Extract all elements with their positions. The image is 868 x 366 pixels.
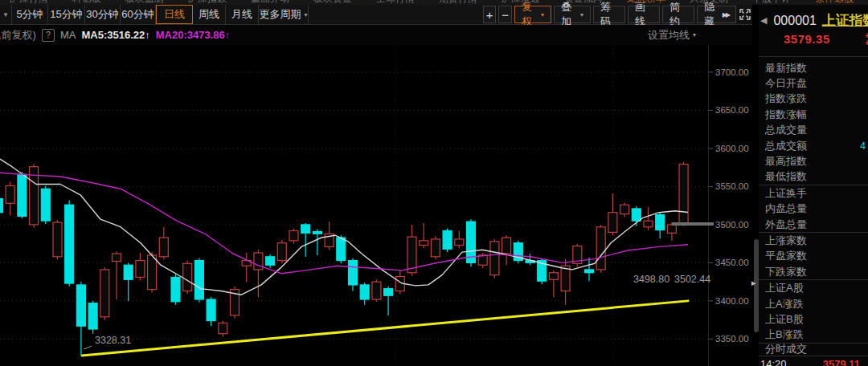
divider [759, 56, 868, 57]
tab-period-3[interactable]: 60分钟 [121, 5, 156, 24]
quote-row-8[interactable]: 上证换手 [759, 185, 868, 201]
kline-chart-svg: 3700.003650.003600.003550.003500.003450.… [0, 45, 755, 366]
svg-text:3550.00: 3550.00 [715, 181, 749, 191]
top-menu-item-6[interactable]: 全球行情 [376, 0, 415, 4]
tab-period-6[interactable]: 月线 [226, 5, 259, 24]
tick-price: 3579.11 [823, 358, 860, 366]
top-menu-item-12[interactable]: 千股千评 [752, 0, 791, 4]
tab-period-4[interactable]: 日线 [156, 5, 193, 24]
tick-trade-header[interactable]: 分时成交 [759, 342, 868, 356]
last-price: 3579.35 [784, 32, 830, 46]
svg-text:3450.00: 3450.00 [715, 258, 749, 267]
quote-row-9[interactable]: 内盘总量 [759, 201, 868, 217]
quote-row-16[interactable]: 上证B股 [759, 311, 868, 327]
zoom-out-button[interactable]: − [498, 6, 511, 23]
quote-row-1[interactable]: 今日开盘 [759, 75, 868, 91]
up-arrow-icon: ↑ [145, 29, 150, 41]
price-change-fragments: + + [865, 32, 868, 47]
tab-period-2[interactable]: 30分钟 [85, 5, 121, 24]
svg-text:3502.44: 3502.44 [674, 274, 710, 285]
quote-row-6[interactable]: 最高指数 [759, 153, 868, 169]
kline-chart[interactable]: 3700.003650.003600.003550.003500.003450.… [0, 45, 755, 366]
fullscreen-expand-icon [739, 9, 751, 20]
quote-row-5[interactable]: 总成交额4 [759, 138, 868, 153]
tab-period-5[interactable]: 周线 [193, 5, 226, 24]
hide-toolbar-button[interactable]: 隐藏 ▶▶ [697, 6, 736, 23]
caret-down-icon: ▾ [580, 11, 583, 18]
ma-settings-button[interactable]: 设置均线 ▾ [648, 25, 696, 45]
quote-row-0[interactable]: 最新指数 [759, 60, 868, 75]
svg-text:3498.80: 3498.80 [633, 274, 669, 285]
svg-text:3328.31: 3328.31 [95, 335, 131, 346]
quote-row-14[interactable]: 上证A股 [759, 280, 868, 295]
zoom-in-button[interactable]: + [483, 6, 496, 23]
tick-trade-row: 14:20 3579.11 [759, 358, 868, 366]
quote-price-row: 3579.35 + + [759, 32, 868, 47]
ma20-value: MA20:3473.86↑ [156, 29, 231, 41]
ma-indicator-label[interactable]: MA [60, 29, 76, 41]
quote-rows: 最新指数今日开盘指数涨跌指数涨幅总成交量总成交额4最高指数最低指数上证换手内盘总… [759, 60, 868, 344]
stock-code: 000001 [773, 14, 816, 28]
svg-text:3700.00: 3700.00 [715, 67, 749, 77]
top-menu-item-2[interactable]: 板块监测 [125, 0, 164, 4]
svg-text:3650.00: 3650.00 [715, 105, 749, 115]
top-menu-item-7[interactable]: 期货行情 [439, 0, 477, 4]
top-menu-item-1[interactable]: 科创板 [72, 0, 101, 4]
top-menu-items[interactable]: 沪深行情科创板板块监测沪深指数盘面异动板块资金全球行情期货行情沪深港通资金流向龙… [0, 0, 868, 4]
quote-row-3[interactable]: 指数涨幅 [759, 107, 868, 122]
panel-collapse-icon[interactable]: ▸ [751, 279, 756, 287]
fuquan-dropdown-button[interactable]: 复权 ▾ [514, 6, 551, 23]
ma5-value: MA5:3516.22↑ [81, 29, 149, 41]
quote-row-7[interactable]: 最低指数 [759, 169, 868, 185]
svg-text:3500.00: 3500.00 [715, 220, 749, 230]
svg-text:3600.00: 3600.00 [715, 144, 749, 153]
top-menu-item-0[interactable]: 沪深行情 [10, 0, 48, 4]
svg-text:3350.00: 3350.00 [715, 334, 749, 344]
tab-more-periods[interactable]: 更多周期▾ [259, 5, 309, 24]
tab-period-1[interactable]: 15分钟 [48, 5, 85, 24]
chart-tools: + − 复权 ▾ 叠加 ▾ 筹码 画线 简约 隐藏 ▶▶ [483, 6, 752, 23]
top-menu-item-5[interactable]: 板块资金 [313, 0, 352, 4]
quote-row-10[interactable]: 外盘总量 [759, 217, 868, 232]
divider [759, 356, 868, 356]
quote-title-row: ◀ 000001 上证指数 [759, 11, 868, 30]
quote-row-13[interactable]: 下跌家数 [759, 264, 868, 279]
back-arrow-icon[interactable]: ◀ [760, 15, 767, 26]
period-tabs: ▾ 5分钟15分钟30分钟60分钟日线周线月线更多周期▾ [0, 5, 309, 24]
svg-text:3400.00: 3400.00 [715, 296, 749, 306]
quote-row-4[interactable]: 总成交量 [759, 123, 868, 138]
period-dropdown-button[interactable]: ▾ [0, 5, 12, 24]
quote-row-15[interactable]: 上A涨跌 [759, 296, 868, 311]
stock-name-link[interactable]: 上证指数 [822, 11, 868, 30]
double-arrow-right-icon: ▶▶ [723, 11, 729, 18]
quote-row-11[interactable]: 上涨家数 [759, 233, 868, 248]
up-arrow-icon: ↑ [225, 29, 231, 41]
tab-period-0[interactable]: 5分钟 [12, 5, 48, 24]
top-menu-item-13[interactable]: 条件选股 [815, 0, 854, 4]
fullscreen-button[interactable] [739, 6, 752, 23]
simple-mode-button[interactable]: 简约 [662, 6, 694, 23]
caret-down-icon: ▾ [693, 31, 696, 39]
top-menu-item-4[interactable]: 盘面异动 [251, 0, 289, 4]
caret-down-icon: ▾ [541, 11, 544, 18]
chart-mode-label: ,前复权) [0, 28, 36, 43]
draw-line-button[interactable]: 画线 [628, 6, 660, 23]
ma-info-bar: ,前复权) ? MA MA5:3516.22↑ MA20:3473.86↑ 设置… [0, 25, 752, 45]
quote-row-17[interactable]: 上B涨跌 [759, 327, 868, 343]
overlay-dropdown-button[interactable]: 叠加 ▾ [554, 6, 591, 23]
stock-terminal: { "top_menu": { "items": [ {"label":"沪深行… [0, 0, 868, 366]
chips-button[interactable]: 筹码 [593, 6, 625, 23]
quote-row-2[interactable]: 指数涨跌 [759, 92, 868, 107]
quote-panel: ◀ 000001 上证指数 3579.35 + + 最新指数今日开盘指数涨跌指数… [759, 5, 868, 366]
help-icon[interactable]: ? [42, 29, 55, 42]
tick-time: 14:20 [760, 358, 787, 366]
period-tabbar: ▾ 5分钟15分钟30分钟60分钟日线周线月线更多周期▾ + − 复权 ▾ 叠加… [0, 5, 752, 25]
top-menu-item-3[interactable]: 沪深指数 [188, 0, 227, 4]
quote-row-12[interactable]: 平盘家数 [759, 249, 868, 264]
